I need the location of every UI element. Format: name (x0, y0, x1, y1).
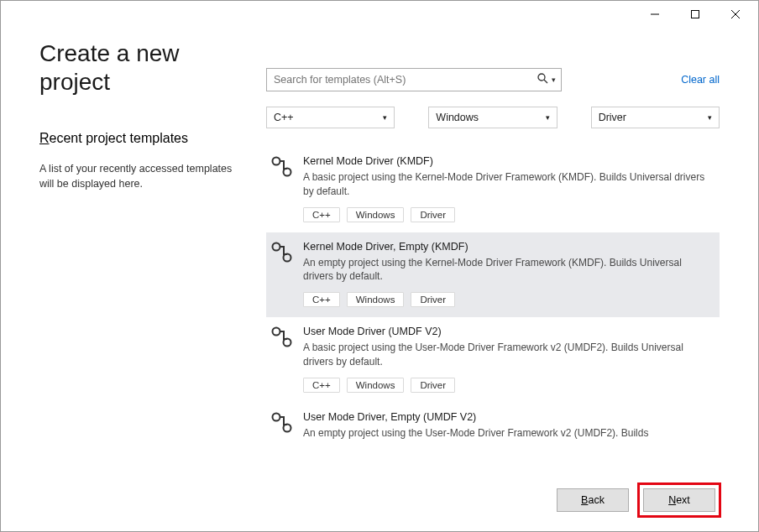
svg-point-10 (273, 328, 280, 336)
template-item[interactable]: Kernel Mode Driver, Empty (KMDF)An empty… (266, 232, 720, 318)
search-icon[interactable] (536, 73, 550, 86)
template-tag: C++ (303, 207, 340, 222)
close-icon (731, 10, 740, 18)
filter-row: C++ ▾ Windows ▾ Driver ▾ (266, 107, 720, 128)
template-tag: Driver (411, 292, 455, 307)
template-title: Kernel Mode Driver, Empty (KMDF) (303, 241, 713, 253)
filter-language[interactable]: C++ ▾ (266, 107, 395, 128)
recent-templates-heading: Recent project templates (39, 131, 233, 146)
template-title: Kernel Mode Driver (KMDF) (303, 155, 713, 167)
template-description: A basic project using the User-Mode Driv… (303, 341, 713, 369)
svg-point-8 (273, 243, 280, 250)
template-title: User Mode Driver (UMDF V2) (303, 326, 713, 337)
driver-icon (271, 156, 293, 178)
template-tag: C++ (303, 292, 340, 307)
template-title: User Mode Driver, Empty (UMDF V2) (303, 411, 713, 423)
chevron-down-icon: ▾ (708, 113, 712, 122)
chevron-down-icon: ▾ (383, 113, 387, 122)
template-tag: Windows (347, 292, 405, 307)
back-button[interactable]: Back (557, 488, 629, 512)
filter-language-value: C++ (274, 112, 294, 123)
chevron-down-icon[interactable]: ▾ (552, 76, 556, 84)
footer: Back Next (1, 482, 758, 531)
maximize-button[interactable] (676, 3, 715, 26)
template-icon (271, 156, 293, 178)
template-item[interactable]: Kernel Mode Driver (KMDF)A basic project… (266, 147, 720, 232)
recent-templates-note: A list of your recently accessed templat… (39, 161, 233, 191)
svg-rect-1 (692, 11, 699, 18)
close-button[interactable] (716, 3, 755, 26)
template-tag: C++ (303, 378, 340, 393)
minimize-button[interactable] (636, 3, 674, 26)
maximize-icon (691, 10, 699, 18)
template-body: User Mode Driver, Empty (UMDF V2)An empt… (303, 411, 713, 449)
template-body: Kernel Mode Driver (KMDF)A basic project… (303, 155, 713, 222)
template-icon (271, 242, 293, 263)
template-tags: C++WindowsDriver (303, 378, 713, 393)
search-box[interactable]: ▾ (266, 68, 562, 91)
driver-icon (271, 242, 293, 263)
template-list: Kernel Mode Driver (KMDF)A basic project… (266, 147, 720, 471)
template-tag: Driver (411, 378, 455, 393)
titlebar (1, 1, 758, 28)
template-tags: C++WindowsDriver (303, 207, 713, 222)
filter-project-type-value: Driver (599, 112, 626, 123)
clear-all-link[interactable]: Clear all (681, 74, 720, 86)
svg-point-6 (273, 158, 280, 165)
template-tag: Windows (347, 378, 405, 393)
template-description: An empty project using the Kernel-Mode D… (303, 256, 713, 284)
template-tag: Windows (347, 207, 405, 222)
template-body: Kernel Mode Driver, Empty (KMDF)An empty… (303, 241, 713, 308)
right-column: ▾ Clear all C++ ▾ Windows ▾ Driver ▾ Ker (266, 39, 720, 471)
driver-icon (271, 412, 293, 434)
page-title: Create a new project (39, 39, 233, 96)
template-item[interactable]: User Mode Driver, Empty (UMDF V2)An empt… (266, 403, 720, 459)
template-item[interactable]: User Mode Driver (UMDF V2)A basic projec… (266, 317, 720, 403)
svg-point-4 (538, 74, 545, 81)
svg-point-12 (273, 413, 280, 420)
dialog-window: Create a new project Recent project temp… (0, 0, 759, 532)
left-column: Create a new project Recent project temp… (39, 39, 233, 471)
template-icon (271, 326, 293, 348)
filter-project-type[interactable]: Driver ▾ (591, 107, 720, 128)
filter-platform-value: Windows (436, 112, 479, 123)
template-tag: Driver (411, 207, 455, 222)
template-description: A basic project using the Kernel-Mode Dr… (303, 170, 713, 199)
template-body: User Mode Driver (UMDF V2)A basic projec… (303, 326, 713, 393)
next-button[interactable]: Next (643, 488, 715, 512)
driver-icon (271, 326, 293, 348)
content-area: Create a new project Recent project temp… (1, 28, 758, 482)
minimize-icon (651, 10, 659, 18)
chevron-down-icon: ▾ (546, 113, 550, 122)
next-button-highlight: Next (637, 482, 721, 518)
template-tags: C++WindowsDriver (303, 292, 713, 307)
search-input[interactable] (274, 74, 536, 86)
filter-platform[interactable]: Windows ▾ (428, 107, 557, 128)
svg-line-5 (544, 80, 547, 83)
template-icon (271, 412, 293, 434)
search-row: ▾ Clear all (266, 68, 720, 91)
template-description: An empty project using the User-Mode Dri… (303, 426, 713, 441)
